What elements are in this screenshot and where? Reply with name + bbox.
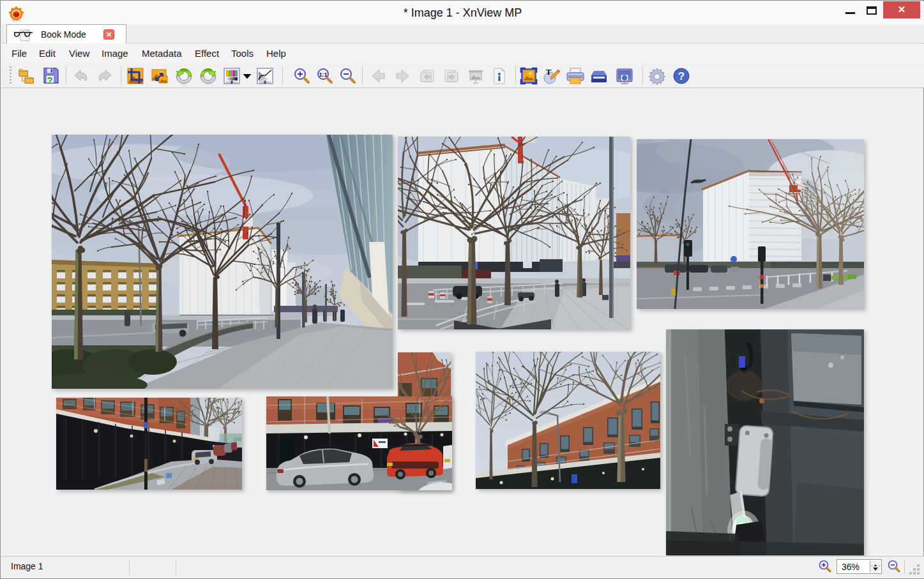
svg-text:1:1: 1:1 [319, 71, 327, 78]
svg-text:T: T [546, 67, 552, 77]
svg-text:?: ? [678, 70, 685, 82]
svg-text:?: ? [47, 75, 52, 85]
